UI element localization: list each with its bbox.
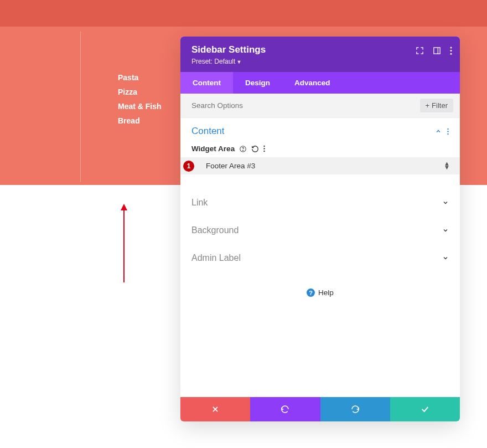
section-link-label: Link (191, 198, 208, 208)
select-value: Footer Area #3 (206, 162, 255, 170)
plus-icon: + (426, 101, 430, 110)
chevron-down-icon (442, 199, 449, 206)
tab-content[interactable]: Content (180, 72, 233, 94)
panel-title: Sidebar Settings (191, 44, 449, 55)
section-admin-label-label: Admin Label (191, 253, 241, 263)
section-link[interactable]: Link (191, 189, 449, 217)
widget-area-label-row: Widget Area (191, 145, 449, 153)
chevron-up-icon[interactable] (435, 128, 442, 135)
section-background[interactable]: Background (191, 217, 449, 244)
panel-header: Sidebar Settings Preset: Default▼ (180, 37, 460, 72)
field-more-icon[interactable] (263, 145, 265, 152)
svg-point-2 (450, 47, 452, 48)
chevron-down-icon (442, 227, 449, 234)
panel-footer (180, 397, 460, 421)
expand-icon[interactable] (416, 47, 424, 55)
filter-label: Filter (432, 101, 448, 110)
redo-icon (351, 405, 360, 414)
reset-icon[interactable] (251, 145, 259, 153)
section-content-title: Content (191, 126, 225, 137)
help-link[interactable]: ? Help (191, 283, 449, 302)
search-bar: + Filter (180, 94, 460, 118)
widget-area-select-row: 1 Footer Area #3 ▲▼ (180, 157, 460, 174)
undo-button[interactable] (250, 397, 320, 421)
close-icon (211, 405, 219, 413)
cancel-button[interactable] (180, 397, 250, 421)
undo-icon (281, 405, 289, 414)
sort-icon: ▲▼ (444, 162, 450, 169)
chevron-down-icon (442, 255, 449, 261)
svg-point-5 (447, 128, 448, 129)
tab-advanced[interactable]: Advanced (282, 72, 343, 94)
annotation-badge-1: 1 (183, 161, 194, 172)
menu-item-bread[interactable]: Bread (118, 117, 162, 125)
help-circle-icon: ? (307, 289, 315, 297)
page-top-bar (0, 0, 487, 27)
caret-down-icon: ▼ (236, 59, 241, 65)
help-icon[interactable] (239, 145, 247, 153)
help-text: Help (318, 289, 334, 297)
menu-item-pasta[interactable]: Pasta (118, 74, 162, 81)
menu-item-pizza[interactable]: Pizza (118, 88, 162, 96)
preset-label: Preset: Default (191, 58, 235, 65)
preset-dropdown[interactable]: Preset: Default▼ (191, 58, 449, 65)
svg-point-7 (447, 133, 448, 134)
svg-rect-0 (434, 48, 440, 54)
svg-point-11 (263, 148, 265, 149)
section-content-header[interactable]: Content (191, 126, 449, 137)
widget-area-label: Widget Area (191, 145, 235, 153)
panel-body: Content Widget Area 1 Footer Area #3 ▲▼ … (180, 118, 460, 397)
section-admin-label[interactable]: Admin Label (191, 244, 449, 272)
svg-point-3 (450, 50, 452, 52)
annotation-arrow (123, 205, 125, 282)
svg-point-10 (263, 146, 265, 147)
menu-item-meat-fish[interactable]: Meat & Fish (118, 102, 162, 110)
more-icon[interactable] (450, 47, 452, 55)
section-more-icon[interactable] (447, 128, 449, 135)
header-icons (416, 47, 452, 55)
tab-design[interactable]: Design (233, 72, 282, 94)
section-background-label: Background (191, 225, 239, 235)
save-button[interactable] (390, 397, 460, 421)
settings-panel: Sidebar Settings Preset: Default▼ Conten… (180, 37, 460, 421)
redo-button[interactable] (320, 397, 390, 421)
panel-tabs: Content Design Advanced (180, 72, 460, 94)
vertical-divider (80, 32, 81, 182)
snap-icon[interactable] (433, 47, 441, 55)
svg-point-4 (450, 53, 452, 55)
svg-point-9 (243, 150, 244, 151)
check-icon (421, 405, 429, 414)
search-input[interactable] (191, 101, 420, 110)
svg-point-6 (447, 131, 448, 132)
filter-button[interactable]: + Filter (420, 99, 453, 112)
sidebar-menu: Pasta Pizza Meat & Fish Bread (118, 74, 162, 131)
section-controls (435, 128, 449, 135)
svg-point-12 (263, 151, 265, 152)
widget-area-select[interactable]: Footer Area #3 ▲▼ (180, 157, 460, 174)
